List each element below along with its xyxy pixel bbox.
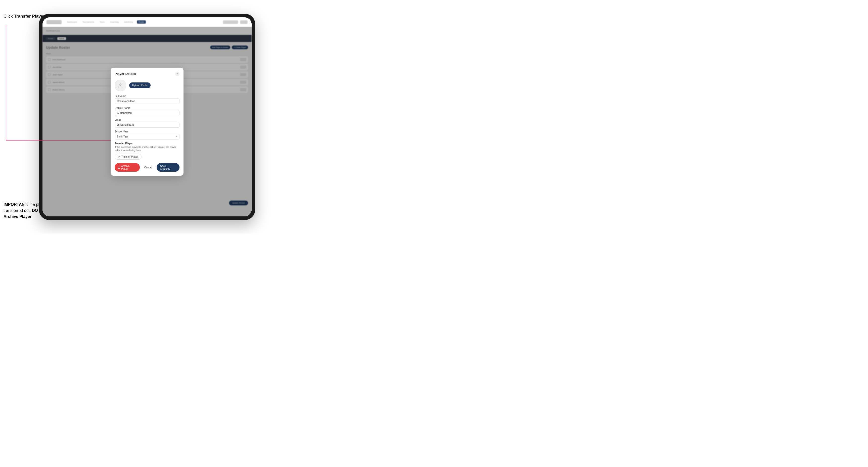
transfer-player-button[interactable]: ⟳ Transfer Player (115, 154, 142, 160)
transfer-section-title: Transfer Player (115, 142, 180, 145)
transfer-player-section: Transfer Player If this player has moved… (115, 142, 180, 160)
chevron-down-icon: ▾ (176, 135, 177, 138)
archive-player-button[interactable]: ⏻ Archive Player (115, 163, 140, 172)
school-year-label: School Year (115, 130, 180, 133)
display-name-group: Display Name C. Robertson (115, 106, 180, 116)
nav-items: Dashboard Tournaments Tours Coaching Add… (66, 20, 223, 24)
cancel-button[interactable]: Cancel (142, 165, 155, 170)
archive-icon: ⏻ (118, 166, 120, 169)
email-group: Email chris@clippd.io (115, 118, 180, 128)
nav-dashboard[interactable]: Dashboard (66, 20, 79, 24)
photo-upload-row: Upload Photo (115, 80, 180, 91)
email-label: Email (115, 118, 180, 121)
important-label: IMPORTANT (3, 203, 27, 207)
school-year-group: School Year Sixth Year ▾ (115, 130, 180, 139)
click-bold-text: Transfer Player (14, 14, 45, 19)
modal-title: Player Details (115, 72, 136, 76)
modal-overlay: Player Details × Upload Photo (42, 27, 252, 216)
app-logo (46, 20, 62, 24)
modal-header: Player Details × (115, 72, 180, 76)
archive-label: Archive Player (121, 165, 137, 170)
school-year-value: Sixth Year (117, 135, 128, 138)
email-input[interactable]: chris@clippd.io (115, 122, 180, 128)
tablet-screen: Dashboard Tournaments Tours Coaching Add… (42, 17, 252, 216)
app-content: Dashboard (11) Roster Active Add Player … (42, 27, 252, 216)
tablet-device: Dashboard Tournaments Tours Coaching Add… (39, 14, 255, 220)
app-header: Dashboard Tournaments Tours Coaching Add… (42, 17, 252, 27)
svg-point-3 (119, 84, 121, 86)
transfer-icon: ⟳ (118, 155, 120, 158)
player-details-modal: Player Details × Upload Photo (111, 68, 184, 176)
upload-photo-button[interactable]: Upload Photo (129, 83, 151, 88)
school-year-select[interactable]: Sixth Year ▾ (115, 134, 180, 139)
save-changes-button[interactable]: Save Changes (157, 163, 180, 172)
close-button[interactable]: × (175, 72, 180, 76)
avatar (115, 80, 126, 91)
full-name-input[interactable]: Chris Robertson (115, 98, 180, 104)
transfer-description: If this player has moved to another scho… (115, 146, 180, 152)
header-right (223, 20, 248, 24)
display-name-input[interactable]: C. Robertson (115, 110, 180, 116)
header-avatar (223, 20, 238, 24)
full-name-label: Full Name (115, 95, 180, 97)
nav-tournaments[interactable]: Tournaments (81, 20, 95, 24)
display-name-label: Display Name (115, 106, 180, 109)
nav-coaching[interactable]: Coaching (108, 20, 120, 24)
nav-add-entry[interactable]: Add Entry (123, 20, 134, 24)
nav-roster[interactable]: Roster (137, 20, 146, 24)
modal-footer: ⏻ Archive Player Cancel Save Changes (115, 163, 180, 172)
header-add-entry (240, 20, 248, 24)
archive-player-ref: Archive Player (3, 214, 31, 219)
full-name-group: Full Name Chris Robertson (115, 95, 180, 104)
nav-tours[interactable]: Tours (98, 20, 106, 24)
transfer-button-label: Transfer Player (121, 155, 138, 158)
click-prefix: Click (3, 14, 14, 19)
